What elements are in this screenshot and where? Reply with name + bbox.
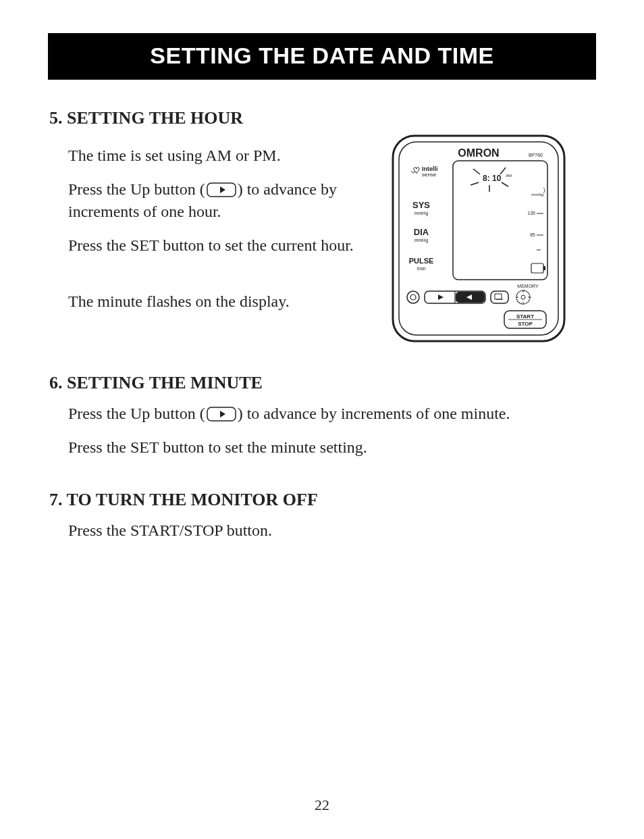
section-7-heading: 7. TO TURN THE MONITOR OFF — [49, 490, 596, 510]
section-7-p1: Press the START/STOP button. — [68, 519, 596, 541]
section-5-p2: Press the Up button () to advance by inc… — [68, 178, 379, 222]
section-5-p4: The minute flashes on the display. — [68, 290, 379, 312]
svg-text:mmHg: mmHg — [414, 211, 429, 216]
device-model: BP760 — [529, 153, 543, 157]
section-6-body: Press the Up button () to advance by inc… — [68, 403, 596, 459]
svg-text:STOP: STOP — [518, 321, 533, 327]
section-5-heading: 5. SETTING THE HOUR — [49, 108, 596, 128]
page-title: SETTING THE DATE AND TIME — [150, 43, 493, 68]
section-6-p1a: Press the Up button ( — [68, 405, 205, 422]
svg-text:MEMORY: MEMORY — [517, 284, 539, 288]
svg-text:DIA: DIA — [414, 227, 429, 237]
section-5-body: The time is set using AM or PM. Press th… — [48, 138, 596, 343]
svg-marker-1 — [220, 186, 225, 193]
svg-text:START: START — [516, 313, 534, 320]
svg-text:PULSE: PULSE — [409, 257, 434, 265]
section-5-p1: The time is set using AM or PM. — [68, 145, 379, 166]
page-title-bar: SETTING THE DATE AND TIME — [48, 33, 596, 80]
section-6-p1b: ) to advance by increments of one minute… — [238, 405, 510, 422]
device-illustration: OMRON BP760 Intelli sense — [391, 134, 566, 343]
section-6-p1: Press the Up button () to advance by inc… — [68, 403, 596, 424]
svg-text:sense: sense — [422, 172, 437, 178]
svg-text:/min: /min — [417, 266, 425, 271]
section-5-p2a: Press the Up button ( — [68, 180, 205, 198]
manual-page: SETTING THE DATE AND TIME 5. SETTING THE… — [0, 0, 644, 839]
section-5-text-column: The time is set using AM or PM. Press th… — [68, 138, 379, 324]
section-7-body: Press the START/STOP button. — [68, 519, 596, 541]
svg-marker-48 — [220, 411, 225, 417]
section-6-heading: 6. SETTING THE MINUTE — [49, 373, 596, 393]
svg-text:mmHg: mmHg — [414, 238, 429, 243]
device-brand: OMRON — [458, 147, 499, 159]
up-button-icon — [205, 407, 238, 422]
device-ampm: AM — [506, 174, 512, 178]
up-button-icon — [205, 182, 238, 197]
section-5-p3: Press the SET button to set the current … — [68, 234, 379, 256]
svg-rect-19 — [543, 266, 545, 270]
svg-text:SYS: SYS — [412, 200, 430, 210]
section-6-p2: Press the SET button to set the minute s… — [68, 436, 596, 458]
svg-text:85: 85 — [530, 232, 535, 237]
svg-text:mmHg: mmHg — [531, 193, 543, 197]
page-number: 22 — [1, 796, 643, 814]
svg-text:135: 135 — [527, 211, 535, 215]
device-time: 8: 10 — [483, 174, 502, 183]
